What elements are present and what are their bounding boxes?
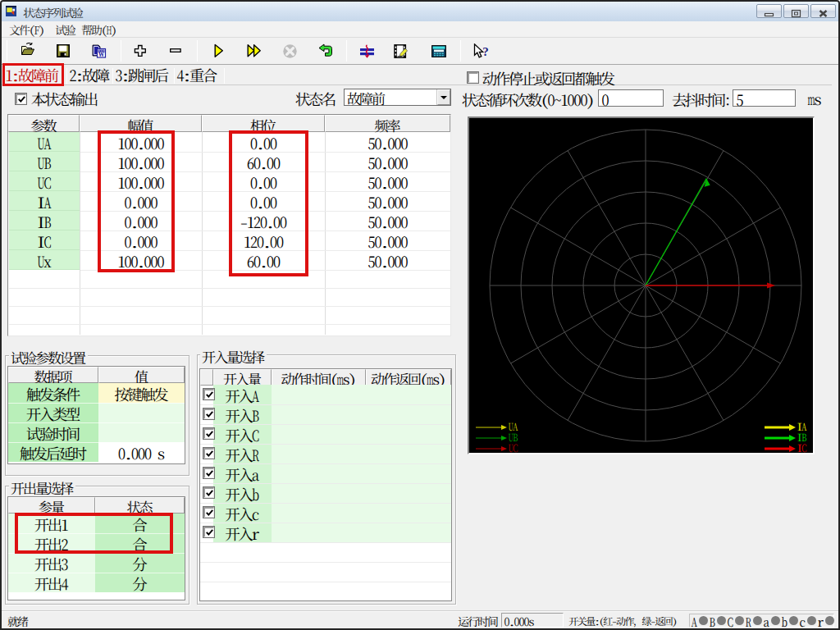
svg-text:?: ? <box>482 45 489 58</box>
svg-text:W: W <box>98 51 105 58</box>
svg-text:IC: IC <box>797 441 806 453</box>
svg-text:UC: UC <box>508 441 518 453</box>
